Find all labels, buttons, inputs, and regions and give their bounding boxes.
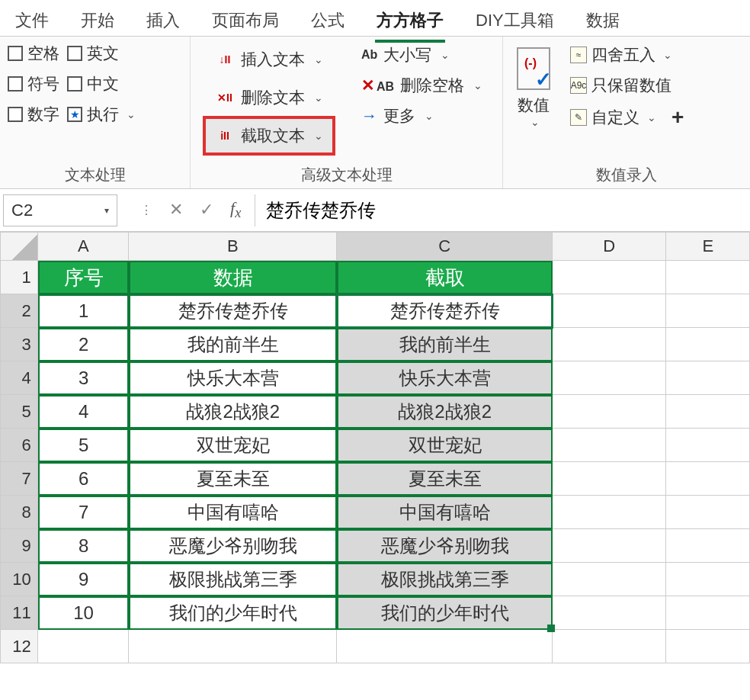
cell[interactable]	[553, 361, 666, 395]
table-header-cell[interactable]: 序号	[38, 261, 130, 294]
cell[interactable]: 双世宠妃	[129, 429, 337, 462]
cell[interactable]	[666, 361, 750, 395]
cell[interactable]: 夏至未至	[337, 462, 553, 496]
cell[interactable]: 夏至未至	[129, 462, 337, 496]
cell[interactable]	[666, 596, 750, 630]
cell[interactable]	[553, 462, 666, 496]
tab-data[interactable]: 数据	[585, 6, 621, 40]
cell[interactable]: 战狼2战狼2	[129, 395, 337, 429]
cell[interactable]	[129, 630, 337, 663]
remove-space-button[interactable]: ✕AB删除空格⌄	[361, 75, 482, 96]
cell[interactable]	[666, 429, 750, 462]
tab-diy-toolbox[interactable]: DIY工具箱	[474, 6, 556, 40]
cell[interactable]: 6	[38, 462, 130, 496]
cell[interactable]	[666, 563, 750, 596]
accept-formula-button[interactable]: ✓	[200, 200, 213, 220]
cell[interactable]	[666, 261, 750, 294]
table-header-cell[interactable]: 数据	[129, 261, 337, 294]
check-symbol[interactable]: 符号	[8, 73, 59, 95]
cell[interactable]: 双世宠妃	[337, 429, 553, 462]
cell[interactable]	[666, 496, 750, 529]
col-header-A[interactable]: A	[38, 232, 129, 261]
cell[interactable]: 我们的少年时代	[337, 596, 553, 630]
extract-text-button[interactable]: 截取文本⌄	[206, 119, 332, 153]
tab-file[interactable]: 文件	[14, 6, 50, 40]
row-header[interactable]: 2	[0, 294, 38, 328]
fx-button[interactable]: fx	[230, 198, 241, 221]
col-header-E[interactable]: E	[666, 232, 750, 261]
numeric-value-button[interactable]: 数值 ⌄	[511, 43, 556, 133]
cell[interactable]: 7	[38, 496, 130, 529]
cell[interactable]: 楚乔传楚乔传	[129, 294, 337, 328]
case-button[interactable]: Ab大小写⌄	[361, 44, 482, 66]
cell[interactable]	[666, 529, 750, 563]
cell[interactable]	[553, 496, 666, 529]
cell[interactable]: 恶魔少爷别吻我	[129, 529, 337, 563]
row-header[interactable]: 12	[0, 630, 38, 663]
row-header[interactable]: 9	[0, 529, 38, 563]
cell[interactable]	[553, 395, 666, 429]
cell[interactable]: 4	[38, 395, 130, 429]
execute-button[interactable]: ★执行⌄	[67, 104, 136, 125]
cell[interactable]	[666, 395, 750, 429]
cell[interactable]: 战狼2战狼2	[337, 395, 553, 429]
tab-page-layout[interactable]: 页面布局	[210, 6, 280, 40]
row-header[interactable]: 8	[0, 496, 38, 529]
row-header[interactable]: 7	[0, 462, 38, 496]
row-header[interactable]: 6	[0, 429, 38, 462]
custom-button[interactable]: ✎自定义⌄+	[570, 105, 684, 130]
cell[interactable]: 极限挑战第三季	[129, 563, 337, 596]
cell[interactable]	[553, 563, 666, 596]
cell[interactable]: 中国有嘻哈	[337, 496, 553, 529]
cell[interactable]: 中国有嘻哈	[129, 496, 337, 529]
cell[interactable]	[38, 630, 130, 663]
check-number[interactable]: 数字	[8, 104, 59, 125]
check-chinese[interactable]: 中文	[67, 73, 136, 95]
cell[interactable]	[553, 294, 666, 328]
row-header[interactable]: 3	[0, 328, 38, 361]
keep-numeric-button[interactable]: A9c只保留数值	[570, 75, 684, 96]
check-english[interactable]: 英文	[67, 43, 136, 64]
cell[interactable]: 5	[38, 429, 130, 462]
name-box[interactable]: C2 ▾	[3, 194, 117, 226]
cell[interactable]	[553, 630, 666, 663]
col-header-D[interactable]: D	[553, 232, 666, 261]
formula-input[interactable]	[255, 194, 750, 226]
cell[interactable]	[666, 630, 750, 663]
cell[interactable]	[666, 328, 750, 361]
round-button[interactable]: ≈四舍五入⌄	[570, 44, 684, 66]
col-header-B[interactable]: B	[129, 232, 337, 261]
cell[interactable]: 恶魔少爷别吻我	[337, 529, 553, 563]
select-all-corner[interactable]	[0, 232, 38, 261]
cell[interactable]: 楚乔传楚乔传	[337, 294, 553, 328]
check-space[interactable]: 空格	[8, 43, 59, 64]
cell[interactable]	[553, 529, 666, 563]
row-header[interactable]: 1	[0, 261, 38, 294]
delete-text-button[interactable]: 删除文本⌄	[206, 81, 332, 114]
cell[interactable]	[666, 462, 750, 496]
row-header[interactable]: 5	[0, 395, 38, 429]
cell[interactable]	[553, 328, 666, 361]
cell[interactable]: 快乐大本营	[337, 361, 553, 395]
cell[interactable]: 快乐大本营	[129, 361, 337, 395]
tab-insert[interactable]: 插入	[145, 6, 181, 40]
selection-handle[interactable]	[547, 625, 555, 632]
cell[interactable]: 1	[38, 294, 130, 328]
row-header[interactable]: 10	[0, 563, 38, 596]
cell[interactable]: 8	[38, 529, 130, 563]
cell[interactable]: 我的前半生	[129, 328, 337, 361]
cancel-formula-button[interactable]: ✕	[169, 200, 183, 220]
col-header-C[interactable]: C	[337, 232, 553, 261]
cell[interactable]: 我们的少年时代	[129, 596, 337, 630]
cell[interactable]: 9	[38, 563, 130, 596]
cell[interactable]: 2	[38, 328, 130, 361]
cell[interactable]	[337, 630, 553, 663]
cell[interactable]: 极限挑战第三季	[337, 563, 553, 596]
cell[interactable]	[553, 429, 666, 462]
more-button[interactable]: →更多⌄	[361, 105, 482, 127]
tab-home[interactable]: 开始	[79, 6, 116, 40]
insert-text-button[interactable]: 插入文本⌄	[206, 43, 332, 76]
row-header[interactable]: 4	[0, 361, 38, 395]
table-header-cell[interactable]: 截取	[337, 261, 553, 294]
cell[interactable]	[553, 596, 666, 630]
